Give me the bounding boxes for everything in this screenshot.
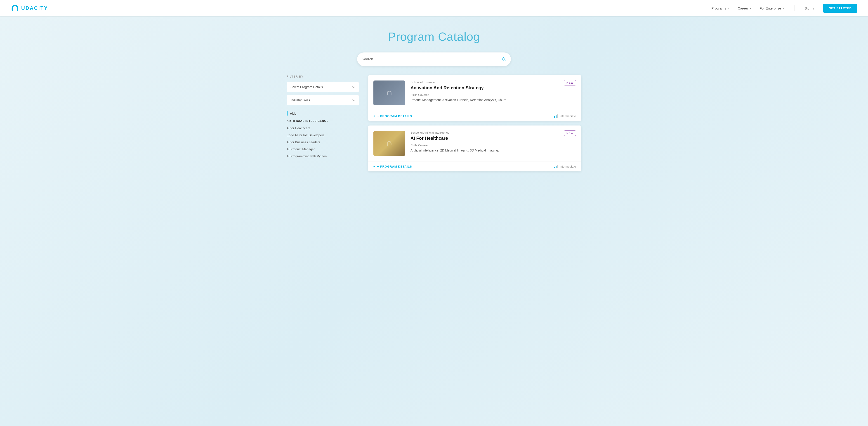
list-item[interactable]: AI Programming with Python xyxy=(287,153,359,160)
ai-category: ARTIFICIAL INTELLIGENCE AI for Healthcar… xyxy=(287,119,359,160)
list-item[interactable]: AI for Business Leaders xyxy=(287,139,359,146)
level-bars xyxy=(554,164,558,168)
list-item[interactable]: Edge AI for IoT Developers xyxy=(287,132,359,139)
level-bars xyxy=(554,114,558,118)
search-box xyxy=(357,53,511,66)
program-details-button[interactable]: + + PROGRAM DETAILS xyxy=(373,114,412,118)
card-footer: + + PROGRAM DETAILS Intermediate xyxy=(368,161,581,172)
search-container xyxy=(0,53,868,75)
card-info: School of Artificial Intelligence AI For… xyxy=(410,131,559,153)
nav-menu: Programs Career For Enterprise Sign In G… xyxy=(712,4,857,13)
card-title: AI For Healthcare xyxy=(410,136,559,141)
search-button[interactable] xyxy=(501,57,506,62)
chevron-down-icon xyxy=(352,98,355,102)
card-skills: Artificial Intelligence, 2D Medical Imag… xyxy=(410,148,559,153)
filter-program-select[interactable]: Select Program Details xyxy=(287,82,359,92)
content-area: School of Business Activation And Retent… xyxy=(368,75,581,176)
program-card: School of Business Activation And Retent… xyxy=(368,75,581,121)
sidebar: FILTER BY Select Program Details Industr… xyxy=(287,75,359,176)
active-indicator xyxy=(287,111,287,116)
nav-programs[interactable]: Programs xyxy=(712,6,730,10)
udacity-u-icon xyxy=(385,140,393,147)
search-input[interactable] xyxy=(362,57,501,61)
card-badge: NEW xyxy=(564,131,576,135)
signin-link[interactable]: Sign In xyxy=(805,6,815,10)
chevron-down-icon xyxy=(728,8,730,9)
plus-icon: + xyxy=(373,165,375,168)
card-badge: NEW xyxy=(564,81,576,85)
thumbnail-ai xyxy=(373,131,405,156)
category-title: ARTIFICIAL INTELLIGENCE xyxy=(287,119,359,123)
card-title: Activation And Retention Strategy xyxy=(410,85,559,90)
list-item[interactable]: AI for Healthcare xyxy=(287,125,359,132)
card-footer: + + PROGRAM DETAILS Intermediate xyxy=(368,111,581,121)
level-bar-2 xyxy=(556,166,557,168)
level-text: Intermediate xyxy=(560,114,576,118)
card-thumbnail xyxy=(373,131,405,156)
nav-divider xyxy=(795,5,795,11)
get-started-button[interactable]: GET STARTED xyxy=(823,4,857,13)
udacity-u-icon xyxy=(385,89,393,96)
chevron-down-icon xyxy=(749,8,751,9)
new-badge: NEW xyxy=(564,80,576,86)
skills-label: Skills Covered xyxy=(410,144,559,147)
level-indicator: Intermediate xyxy=(554,164,576,168)
card-thumbnail xyxy=(373,81,405,105)
card-main: School of Business Activation And Retent… xyxy=(368,75,581,111)
page-title: Program Catalog xyxy=(0,30,868,43)
nav-enterprise[interactable]: For Enterprise xyxy=(760,6,784,10)
filter-skills-select[interactable]: Industry Skills xyxy=(287,95,359,105)
logo-text: UDACITY xyxy=(21,5,48,11)
level-indicator: Intermediate xyxy=(554,114,576,118)
card-school: School of Artificial Intelligence xyxy=(410,131,559,134)
level-bar-3 xyxy=(557,165,558,168)
chevron-down-icon xyxy=(783,8,784,9)
main-layout: FILTER BY Select Program Details Industr… xyxy=(276,75,592,176)
card-info: School of Business Activation And Retent… xyxy=(410,81,559,102)
skills-label: Skills Covered xyxy=(410,93,559,96)
navbar: UDACITY Programs Career For Enterprise S… xyxy=(0,0,868,16)
program-details-button[interactable]: + + PROGRAM DETAILS xyxy=(373,165,412,168)
logo-icon xyxy=(11,4,19,12)
level-bar-3 xyxy=(557,114,558,118)
list-item[interactable]: AI Product Manager xyxy=(287,146,359,153)
level-bar-1 xyxy=(554,166,555,168)
logo-link[interactable]: UDACITY xyxy=(11,4,48,12)
level-text: Intermediate xyxy=(560,165,576,168)
program-card: School of Artificial Intelligence AI For… xyxy=(368,125,581,172)
nav-career[interactable]: Career xyxy=(738,6,752,10)
level-bar-1 xyxy=(554,116,555,118)
new-badge: NEW xyxy=(564,130,576,136)
card-main: School of Artificial Intelligence AI For… xyxy=(368,125,581,161)
level-bar-2 xyxy=(556,115,557,118)
all-filter-item[interactable]: ALL xyxy=(287,111,359,116)
card-school: School of Business xyxy=(410,81,559,84)
plus-icon: + xyxy=(373,114,375,118)
filter-label: FILTER BY xyxy=(287,75,359,78)
hero-section: Program Catalog xyxy=(0,16,868,53)
thumbnail-business xyxy=(373,81,405,105)
chevron-down-icon xyxy=(352,85,355,89)
card-skills: Product Management, Activation Funnels, … xyxy=(410,97,559,102)
search-icon xyxy=(501,57,506,62)
